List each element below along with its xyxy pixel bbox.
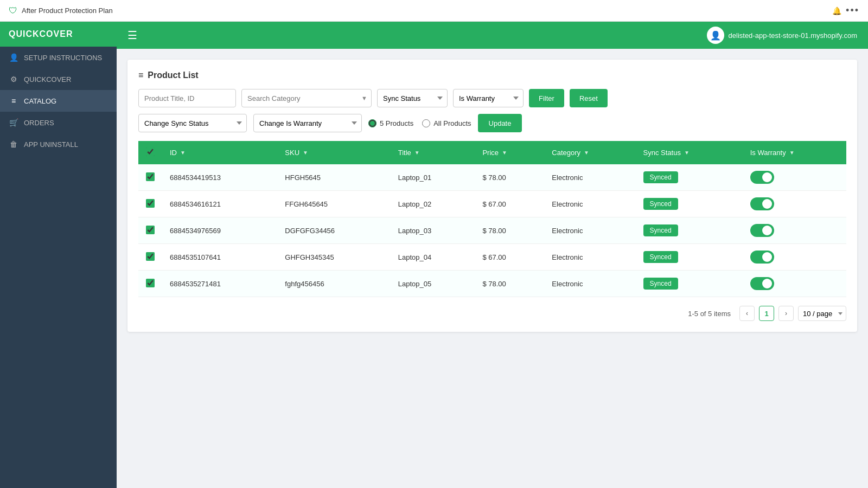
table-header-row: ID ▼ SKU ▼ <box>138 141 846 164</box>
toggle-slider <box>750 171 774 184</box>
change-sync-status-select[interactable]: Change Sync Status Synced Not Synced <box>138 114 247 132</box>
search-category-input[interactable] <box>241 89 372 107</box>
row-sku: HFGH5645 <box>277 164 390 191</box>
row-sku: GHFGH345345 <box>277 244 390 271</box>
row-category: Electronic <box>544 244 635 271</box>
synced-badge: Synced <box>643 171 678 183</box>
hamburger-icon[interactable]: ☰ <box>127 29 137 42</box>
warranty-toggle-wrap <box>750 277 839 290</box>
synced-badge: Synced <box>643 224 678 236</box>
filter-button[interactable]: Filter <box>529 89 564 107</box>
sync-status-filter[interactable]: Sync Status Synced Not Synced <box>377 89 448 107</box>
header-is-warranty[interactable]: Is Warranty ▼ <box>743 141 846 164</box>
browser-top-bar: 🛡 After Product Protection Plan 🔔 ••• <box>0 0 868 22</box>
filter-row: ▼ Sync Status Synced Not Synced Is Warra… <box>138 89 846 107</box>
sidebar-item-quickcover[interactable]: ⚙ QUICKCOVER <box>0 68 117 90</box>
radio-all-products[interactable]: All Products <box>422 119 471 127</box>
cart-icon: 🛒 <box>9 118 18 127</box>
radio-5-products[interactable]: 5 Products <box>368 119 413 127</box>
header-checkbox-cell[interactable] <box>138 141 162 164</box>
page-content: ≡ Product List ▼ Sync Status Synced Not … <box>117 49 868 488</box>
row-title: Laptop_01 <box>391 164 475 191</box>
row-checkbox-1[interactable] <box>146 199 155 208</box>
warranty-toggle-3[interactable] <box>750 251 774 264</box>
sidebar-label-catalog: CATALOG <box>24 97 56 105</box>
row-title: Laptop_04 <box>391 244 475 271</box>
row-category: Electronic <box>544 217 635 244</box>
row-checkbox-cell[interactable] <box>138 244 162 271</box>
sort-icon-title: ▼ <box>414 150 420 156</box>
products-radio-group: 5 Products All Products <box>368 119 471 127</box>
action-row: Change Sync Status Synced Not Synced Cha… <box>138 114 846 132</box>
next-page-button[interactable]: › <box>778 306 794 321</box>
row-sync-status: Synced <box>636 244 743 271</box>
row-checkbox-cell[interactable] <box>138 217 162 244</box>
row-price: $ 78.00 <box>475 271 544 297</box>
row-category: Electronic <box>544 191 635 217</box>
row-checkbox-cell[interactable] <box>138 164 162 191</box>
sort-icon-category: ▼ <box>584 150 589 156</box>
row-id: 6884535107641 <box>162 244 277 271</box>
warranty-toggle-wrap <box>750 197 839 210</box>
update-button[interactable]: Update <box>478 114 522 132</box>
prev-page-button[interactable]: ‹ <box>739 306 755 321</box>
shield-icon: 🛡 <box>9 6 17 16</box>
table-row: 6884534616121 FFGH645645 Laptop_02 $ 67.… <box>138 191 846 217</box>
sidebar-label-quickcover: QUICKCOVER <box>24 75 71 84</box>
synced-badge: Synced <box>643 251 678 263</box>
row-checkbox-cell[interactable] <box>138 191 162 217</box>
row-sku: DGFGFG34456 <box>277 217 390 244</box>
sidebar-item-catalog[interactable]: ≡ CATALOG <box>0 90 117 112</box>
row-checkbox-cell[interactable] <box>138 271 162 297</box>
row-sync-status: Synced <box>636 191 743 217</box>
warranty-toggle-wrap <box>750 251 839 264</box>
row-checkbox-0[interactable] <box>146 172 155 181</box>
per-page-select[interactable]: 10 / page 20 / page 50 / page <box>798 306 846 321</box>
store-name: delisted-app-test-store-01.myshopify.com <box>729 31 857 40</box>
table-row: 6884534976569 DGFGFG34456 Laptop_03 $ 78… <box>138 217 846 244</box>
sidebar-item-orders[interactable]: 🛒 ORDERS <box>0 112 117 133</box>
row-sku: fghfg456456 <box>277 271 390 297</box>
row-sku: FFGH645645 <box>277 191 390 217</box>
row-price: $ 78.00 <box>475 217 544 244</box>
header-id[interactable]: ID ▼ <box>162 141 277 164</box>
change-warranty-select[interactable]: Change Is Warranty Yes No <box>253 114 362 132</box>
is-warranty-filter[interactable]: Is Warranty Yes No <box>453 89 524 107</box>
row-checkbox-2[interactable] <box>146 226 155 234</box>
product-table: ID ▼ SKU ▼ <box>138 141 846 297</box>
row-title: Laptop_02 <box>391 191 475 217</box>
synced-badge: Synced <box>643 278 678 290</box>
row-checkbox-4[interactable] <box>146 279 155 287</box>
row-id: 6884534976569 <box>162 217 277 244</box>
row-price: $ 67.00 <box>475 191 544 217</box>
row-sync-status: Synced <box>636 217 743 244</box>
warranty-toggle-0[interactable] <box>750 171 774 184</box>
toggle-slider <box>750 224 774 237</box>
header-category[interactable]: Category ▼ <box>544 141 635 164</box>
row-id: 6884534616121 <box>162 191 277 217</box>
header-sku[interactable]: SKU ▼ <box>277 141 390 164</box>
reset-button[interactable]: Reset <box>570 89 608 107</box>
warranty-toggle-1[interactable] <box>750 197 774 210</box>
toggle-slider <box>750 251 774 264</box>
main-content: ☰ 👤 delisted-app-test-store-01.myshopify… <box>117 22 868 488</box>
more-options[interactable]: ••• <box>846 5 859 16</box>
header-sync-status[interactable]: Sync Status ▼ <box>636 141 743 164</box>
warranty-toggle-4[interactable] <box>750 277 774 290</box>
row-checkbox-3[interactable] <box>146 252 155 261</box>
header-price[interactable]: Price ▼ <box>475 141 544 164</box>
product-title-id-input[interactable] <box>138 89 236 107</box>
sidebar-item-app-uninstall[interactable]: 🗑 APP UNINSTALL <box>0 133 117 155</box>
product-table-wrap: ID ▼ SKU ▼ <box>138 141 846 297</box>
sidebar-label-uninstall: APP UNINSTALL <box>24 140 78 149</box>
table-row: 6884535271481 fghfg456456 Laptop_05 $ 78… <box>138 271 846 297</box>
header-title[interactable]: Title ▼ <box>391 141 475 164</box>
row-is-warranty <box>743 164 846 191</box>
sort-icon-sku: ▼ <box>303 150 308 156</box>
table-row: 6884534419513 HFGH5645 Laptop_01 $ 78.00… <box>138 164 846 191</box>
select-all-checkbox[interactable] <box>146 147 155 156</box>
sidebar-item-setup-instructions[interactable]: 👤 SETUP INSTRUCTIONS <box>0 47 117 68</box>
warranty-toggle-2[interactable] <box>750 224 774 237</box>
bell-icon[interactable]: 🔔 <box>832 7 841 15</box>
row-is-warranty <box>743 271 846 297</box>
